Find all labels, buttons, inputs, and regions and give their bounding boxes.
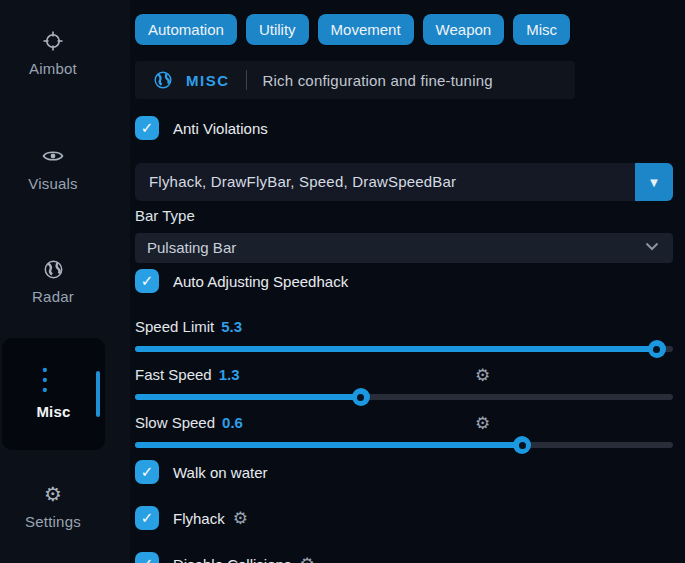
checkbox-label: Flyhack ⚙ bbox=[173, 508, 248, 529]
section-title: MISC bbox=[186, 72, 230, 89]
sidebar: Aimbot Visuals Radar • • • Misc ⚙ bbox=[0, 0, 130, 563]
slider-label: Speed Limit bbox=[135, 318, 214, 335]
sidebar-item-misc[interactable]: • • • Misc bbox=[2, 338, 105, 450]
speed-limit-slider[interactable] bbox=[135, 340, 673, 358]
main-content: Automation Utility Movement Weapon Misc … bbox=[135, 0, 673, 563]
sidebar-item-label: Visuals bbox=[28, 175, 77, 192]
tab-misc[interactable]: Misc bbox=[513, 14, 570, 45]
active-indicator-bar bbox=[96, 371, 100, 417]
sidebar-item-aimbot[interactable]: Aimbot bbox=[0, 30, 106, 77]
divider bbox=[246, 70, 247, 90]
slider-fill bbox=[135, 442, 522, 448]
checkbox-walk-on-water[interactable]: ✓ Walk on water bbox=[135, 460, 673, 484]
category-tabs: Automation Utility Movement Weapon Misc bbox=[135, 14, 673, 45]
tab-weapon[interactable]: Weapon bbox=[423, 14, 505, 45]
sidebar-item-visuals[interactable]: Visuals bbox=[0, 145, 106, 192]
section-header: MISC Rich configuration and fine-tuning bbox=[135, 61, 575, 99]
gear-icon[interactable]: ⚙ bbox=[475, 365, 490, 386]
slider-handle[interactable] bbox=[648, 340, 666, 358]
checkbox-checked-icon: ✓ bbox=[135, 269, 159, 293]
dropdown-triangle-icon: ▼ bbox=[648, 175, 661, 190]
gear-icon[interactable]: ⚙ bbox=[299, 554, 314, 563]
checkbox-auto-adjusting-speedhack[interactable]: ✓ Auto Adjusting Speedhack bbox=[135, 269, 673, 293]
slider-fill bbox=[135, 394, 361, 400]
checkbox-disable-collisions[interactable]: ✓ Disable Collisions ⚙ bbox=[135, 552, 673, 563]
slider-label: Slow Speed bbox=[135, 414, 215, 431]
fast-speed-slider[interactable] bbox=[135, 388, 673, 406]
sidebar-item-label: Aimbot bbox=[29, 60, 77, 77]
checkbox-anti-violations[interactable]: ✓ Anti Violations bbox=[135, 116, 673, 140]
slider-value: 5.3 bbox=[221, 318, 242, 335]
bar-type-select[interactable]: Pulsating Bar bbox=[135, 233, 673, 263]
checkbox-label: Disable Collisions ⚙ bbox=[173, 554, 315, 563]
bar-flags-multiselect[interactable]: Flyhack, DrawFlyBar, Speed, DrawSpeedBar… bbox=[135, 163, 673, 201]
bar-flags-value: Flyhack, DrawFlyBar, Speed, DrawSpeedBar bbox=[135, 163, 673, 201]
globe-icon bbox=[42, 258, 64, 280]
tab-utility[interactable]: Utility bbox=[246, 14, 309, 45]
slider-handle[interactable] bbox=[352, 388, 370, 406]
gear-icon[interactable]: ⚙ bbox=[233, 508, 248, 529]
sidebar-item-radar[interactable]: Radar bbox=[0, 258, 106, 305]
sidebar-item-label: Settings bbox=[25, 513, 81, 530]
slow-speed-row: Slow Speed 0.6 ⚙ bbox=[135, 413, 673, 431]
bar-type-value: Pulsating Bar bbox=[135, 233, 673, 263]
checkbox-label: Auto Adjusting Speedhack bbox=[173, 273, 348, 290]
checkbox-flyhack[interactable]: ✓ Flyhack ⚙ bbox=[135, 506, 673, 530]
slider-value: 1.3 bbox=[219, 366, 240, 383]
checkbox-checked-icon: ✓ bbox=[135, 552, 159, 563]
tab-movement[interactable]: Movement bbox=[318, 14, 414, 45]
slider-label: Fast Speed bbox=[135, 366, 212, 383]
checkbox-checked-icon: ✓ bbox=[135, 506, 159, 530]
crosshair-icon bbox=[42, 30, 64, 52]
slider-handle[interactable] bbox=[513, 436, 531, 454]
checkbox-checked-icon: ✓ bbox=[135, 460, 159, 484]
slow-speed-slider[interactable] bbox=[135, 436, 673, 454]
sidebar-item-label: Radar bbox=[32, 288, 74, 305]
gear-icon: ⚙ bbox=[42, 483, 64, 505]
tab-automation[interactable]: Automation bbox=[135, 14, 237, 45]
globe-icon bbox=[153, 70, 173, 90]
checkbox-label: Walk on water bbox=[173, 464, 267, 481]
gear-icon[interactable]: ⚙ bbox=[475, 413, 490, 434]
ellipsis-icon: • • • bbox=[43, 369, 65, 391]
fast-speed-row: Fast Speed 1.3 ⚙ bbox=[135, 365, 673, 383]
chevron-down-icon bbox=[645, 242, 659, 251]
multiselect-dropdown-button[interactable]: ▼ bbox=[635, 163, 673, 201]
checkbox-checked-icon: ✓ bbox=[135, 116, 159, 140]
speed-limit-row: Speed Limit 5.3 bbox=[135, 317, 673, 335]
slider-fill bbox=[135, 346, 657, 352]
sidebar-item-label: Misc bbox=[36, 403, 70, 420]
checkbox-label: Anti Violations bbox=[173, 120, 268, 137]
bar-type-label: Bar Type bbox=[135, 207, 673, 225]
eye-icon bbox=[42, 145, 64, 167]
sidebar-item-settings[interactable]: ⚙ Settings bbox=[0, 483, 106, 530]
slider-value: 0.6 bbox=[222, 414, 243, 431]
section-subtitle: Rich configuration and fine-tuning bbox=[263, 72, 493, 89]
